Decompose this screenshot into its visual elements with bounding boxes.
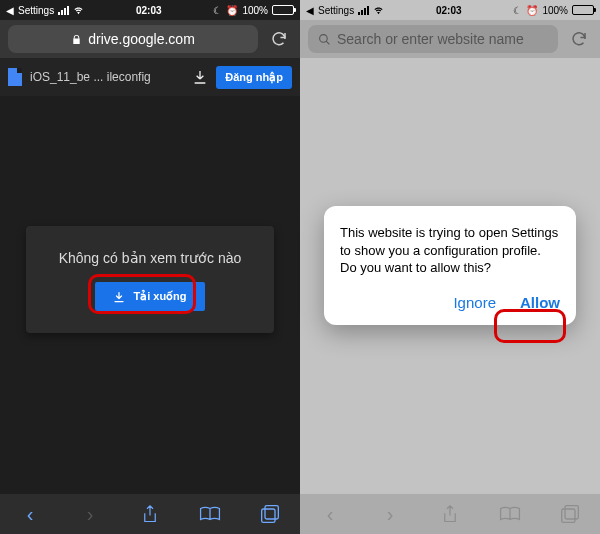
clock: 02:03 (436, 5, 462, 16)
carrier-label: Settings (318, 5, 354, 16)
no-preview-text: Không có bản xem trước nào (40, 250, 260, 266)
signin-button[interactable]: Đăng nhập (216, 66, 292, 89)
reload-button[interactable] (566, 26, 592, 52)
reload-button[interactable] (266, 26, 292, 52)
share-button[interactable] (139, 503, 161, 525)
battery-icon (572, 5, 594, 15)
url-placeholder: Search or enter website name (337, 31, 524, 47)
status-bar: ◀ Settings 02:03 ☾ ⏰ 100% (300, 0, 600, 20)
back-button[interactable]: ‹ (19, 503, 41, 525)
signal-icon (358, 6, 369, 15)
back-button[interactable]: ‹ (319, 503, 341, 525)
svg-rect-0 (265, 506, 278, 519)
ignore-button[interactable]: Ignore (453, 293, 496, 313)
svg-rect-1 (262, 509, 275, 522)
allow-button[interactable]: Allow (520, 293, 560, 313)
drive-header: iOS_11_be ... ileconfig Đăng nhập (0, 58, 300, 96)
ios-alert: This website is trying to open Settings … (324, 206, 576, 325)
url-field[interactable]: drive.google.com (8, 25, 258, 53)
do-not-disturb-icon: ☾ (213, 5, 222, 16)
url-field[interactable]: Search or enter website name (308, 25, 558, 53)
svg-rect-4 (562, 509, 575, 522)
carrier-label: Settings (18, 5, 54, 16)
browser-toolbar: ‹ › (300, 494, 600, 534)
download-icon[interactable] (192, 69, 208, 85)
no-preview-card: Không có bản xem trước nào Tải xuống (26, 226, 274, 333)
signal-icon (58, 6, 69, 15)
battery-pct: 100% (242, 5, 268, 16)
phone-right: ◀ Settings 02:03 ☾ ⏰ 100% Search or ente… (300, 0, 600, 534)
do-not-disturb-icon: ☾ (513, 5, 522, 16)
browser-url-bar: drive.google.com (0, 20, 300, 58)
alarm-icon: ⏰ (226, 5, 238, 16)
download-button-label: Tải xuống (133, 290, 186, 303)
svg-point-2 (320, 34, 328, 42)
search-icon (318, 33, 331, 46)
bookmarks-button[interactable] (199, 503, 221, 525)
bookmarks-button[interactable] (499, 503, 521, 525)
lock-icon (71, 34, 82, 45)
back-app-icon[interactable]: ◀ (6, 5, 14, 16)
forward-button[interactable]: › (379, 503, 401, 525)
download-arrow-icon (113, 291, 125, 303)
alert-actions: Ignore Allow (340, 293, 560, 313)
phone-left: ◀ Settings 02:03 ☾ ⏰ 100% drive.google.c… (0, 0, 300, 534)
tabs-button[interactable] (259, 503, 281, 525)
download-button[interactable]: Tải xuống (95, 282, 204, 311)
drive-content: Không có bản xem trước nào Tải xuống (0, 96, 300, 494)
safari-content: This website is trying to open Settings … (300, 58, 600, 494)
battery-icon (272, 5, 294, 15)
wifi-icon (73, 5, 84, 16)
wifi-icon (373, 5, 384, 16)
browser-url-bar: Search or enter website name (300, 20, 600, 58)
alert-message: This website is trying to open Settings … (340, 224, 560, 277)
alarm-icon: ⏰ (526, 5, 538, 16)
url-text: drive.google.com (88, 31, 195, 47)
forward-button[interactable]: › (79, 503, 101, 525)
browser-toolbar: ‹ › (0, 494, 300, 534)
tabs-button[interactable] (559, 503, 581, 525)
status-bar: ◀ Settings 02:03 ☾ ⏰ 100% (0, 0, 300, 20)
file-name: iOS_11_be ... ileconfig (30, 70, 184, 84)
clock: 02:03 (136, 5, 162, 16)
battery-pct: 100% (542, 5, 568, 16)
file-icon (8, 68, 22, 86)
svg-rect-3 (565, 506, 578, 519)
back-app-icon[interactable]: ◀ (306, 5, 314, 16)
share-button[interactable] (439, 503, 461, 525)
